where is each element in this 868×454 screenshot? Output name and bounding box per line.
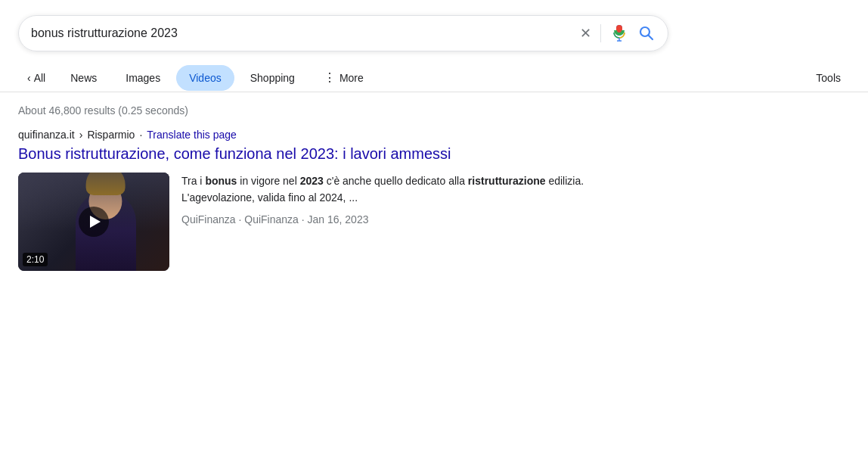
voice-search-icon[interactable] <box>610 24 628 42</box>
tab-news[interactable]: News <box>57 65 110 91</box>
result-separator: › <box>79 129 83 141</box>
play-button[interactable] <box>79 207 109 237</box>
tab-shopping-label: Shopping <box>250 72 295 84</box>
result-dot: · <box>139 129 142 141</box>
tab-news-label: News <box>70 72 97 84</box>
snippet-text: Tra i bonus in vigore nel 2023 c'è anche… <box>181 175 584 204</box>
tab-tools-label: Tools <box>816 72 841 84</box>
translate-link[interactable]: Translate this page <box>147 129 237 141</box>
search-bar-divider <box>600 24 601 42</box>
search-bar-container: ✕ <box>0 0 868 61</box>
svg-line-5 <box>649 36 653 40</box>
result-path: Risparmio <box>87 129 135 141</box>
results-info-text: About 46,800 results (0.25 seconds) <box>18 104 188 117</box>
search-submit-icon[interactable] <box>637 24 656 42</box>
tab-videos[interactable]: Videos <box>176 65 234 91</box>
tab-videos-label: Videos <box>189 72 222 84</box>
search-tabs: ‹ All News Images Videos Shopping ⋮ More… <box>0 61 868 92</box>
result-body: 2:10 Tra i bonus in vigore nel 2023 c'è … <box>18 173 632 271</box>
tab-tools[interactable]: Tools <box>807 66 850 90</box>
svg-rect-1 <box>617 26 622 29</box>
results-count: About 46,800 results (0.25 seconds) <box>0 92 868 123</box>
result-site: quifinanza.it <box>18 129 75 141</box>
search-bar: ✕ <box>18 15 668 51</box>
result-snippet: Tra i bonus in vigore nel 2023 c'è anche… <box>181 173 632 228</box>
tab-all-label: All <box>34 72 46 84</box>
result-title[interactable]: Bonus ristrutturazione, come funziona ne… <box>18 144 632 163</box>
chevron-left-icon: ‹ <box>27 72 31 84</box>
tab-all[interactable]: ‹ All <box>18 66 54 90</box>
tab-images[interactable]: Images <box>113 65 173 91</box>
tab-more-label: More <box>339 72 364 84</box>
tab-shopping[interactable]: Shopping <box>237 65 308 91</box>
snippet-meta: QuiFinanza · QuiFinanza · Jan 16, 2023 <box>181 211 632 228</box>
video-thumbnail[interactable]: 2:10 <box>18 173 169 271</box>
more-dots-icon: ⋮ <box>324 70 336 85</box>
search-result: quifinanza.it › Risparmio · Translate th… <box>0 123 650 277</box>
tab-more[interactable]: ⋮ More <box>311 64 377 92</box>
result-url-line: quifinanza.it › Risparmio · Translate th… <box>18 129 632 141</box>
tab-images-label: Images <box>126 72 160 84</box>
video-duration: 2:10 <box>23 253 48 266</box>
search-input[interactable] <box>31 26 571 40</box>
clear-icon[interactable]: ✕ <box>580 25 591 42</box>
